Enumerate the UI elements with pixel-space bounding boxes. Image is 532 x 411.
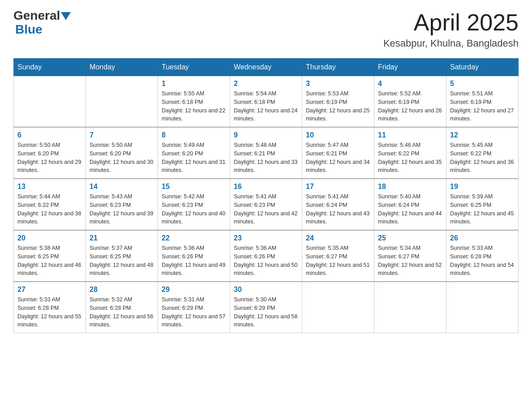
day-number: 13	[17, 183, 82, 191]
sunrise-text: Sunrise: 5:55 AM	[162, 90, 226, 98]
day-info: Sunrise: 5:48 AMSunset: 6:21 PMDaylight:…	[234, 141, 298, 175]
calendar-cell	[86, 76, 158, 128]
location-title: Kesabpur, Khulna, Bangladesh	[383, 38, 519, 49]
day-info: Sunrise: 5:36 AMSunset: 6:26 PMDaylight:…	[162, 244, 226, 278]
day-info: Sunrise: 5:39 AMSunset: 6:25 PMDaylight:…	[450, 193, 515, 226]
calendar-header: SundayMondayTuesdayWednesdayThursdayFrid…	[14, 59, 519, 76]
day-info: Sunrise: 5:32 AMSunset: 6:28 PMDaylight:…	[90, 295, 154, 329]
day-number: 25	[378, 234, 442, 242]
sunset-text: Sunset: 6:25 PM	[17, 253, 82, 261]
sunrise-text: Sunrise: 5:53 AM	[306, 90, 370, 98]
sunset-text: Sunset: 6:18 PM	[234, 98, 298, 107]
sunrise-text: Sunrise: 5:34 AM	[378, 244, 442, 253]
daylight-text: Daylight: 12 hours and 44 minutes.	[378, 210, 442, 227]
logo-content: General Blue	[13, 9, 71, 37]
day-number: 29	[162, 286, 226, 294]
sunrise-text: Sunrise: 5:33 AM	[450, 244, 515, 253]
month-title: April 2025	[383, 9, 519, 36]
day-info: Sunrise: 5:51 AMSunset: 6:19 PMDaylight:…	[450, 90, 515, 123]
calendar-week-2: 6Sunrise: 5:50 AMSunset: 6:20 PMDaylight…	[14, 127, 519, 179]
sunrise-text: Sunrise: 5:43 AM	[90, 193, 154, 201]
daylight-text: Daylight: 12 hours and 39 minutes.	[90, 210, 154, 227]
daylight-text: Daylight: 12 hours and 51 minutes.	[306, 261, 370, 278]
calendar-cell: 21Sunrise: 5:37 AMSunset: 6:25 PMDayligh…	[86, 230, 158, 282]
sunrise-text: Sunrise: 5:51 AM	[450, 90, 515, 98]
sunset-text: Sunset: 6:25 PM	[450, 201, 515, 210]
sunset-text: Sunset: 6:27 PM	[378, 253, 442, 261]
day-number: 22	[162, 234, 226, 242]
day-number: 9	[234, 131, 298, 139]
daylight-text: Daylight: 12 hours and 49 minutes.	[162, 261, 226, 278]
daylight-text: Daylight: 12 hours and 27 minutes.	[450, 107, 515, 124]
day-number: 7	[90, 131, 154, 139]
day-number: 10	[306, 131, 370, 139]
day-number: 8	[162, 131, 226, 139]
sunrise-text: Sunrise: 5:36 AM	[234, 244, 298, 253]
calendar-week-3: 13Sunrise: 5:44 AMSunset: 6:22 PMDayligh…	[14, 179, 519, 230]
calendar-cell: 28Sunrise: 5:32 AMSunset: 6:28 PMDayligh…	[86, 282, 158, 333]
daylight-text: Daylight: 12 hours and 54 minutes.	[450, 261, 515, 278]
day-number: 3	[306, 80, 370, 88]
daylight-text: Daylight: 12 hours and 43 minutes.	[306, 210, 370, 227]
sunset-text: Sunset: 6:19 PM	[306, 98, 370, 107]
daylight-text: Daylight: 12 hours and 25 minutes.	[306, 107, 370, 124]
calendar-cell: 20Sunrise: 5:38 AMSunset: 6:25 PMDayligh…	[14, 230, 86, 282]
calendar-cell: 2Sunrise: 5:54 AMSunset: 6:18 PMDaylight…	[230, 76, 302, 128]
calendar-cell: 29Sunrise: 5:31 AMSunset: 6:29 PMDayligh…	[158, 282, 230, 333]
day-info: Sunrise: 5:47 AMSunset: 6:21 PMDaylight:…	[306, 141, 370, 175]
day-info: Sunrise: 5:54 AMSunset: 6:18 PMDaylight:…	[234, 90, 298, 123]
sunrise-text: Sunrise: 5:39 AM	[450, 193, 515, 201]
daylight-text: Daylight: 12 hours and 35 minutes.	[378, 158, 442, 175]
calendar-week-5: 27Sunrise: 5:33 AMSunset: 6:28 PMDayligh…	[14, 282, 519, 333]
calendar-cell: 9Sunrise: 5:48 AMSunset: 6:21 PMDaylight…	[230, 127, 302, 179]
day-number: 18	[378, 183, 442, 191]
day-number: 5	[450, 80, 515, 88]
daylight-text: Daylight: 12 hours and 33 minutes.	[234, 158, 298, 175]
day-info: Sunrise: 5:49 AMSunset: 6:20 PMDaylight:…	[162, 141, 226, 175]
sunrise-text: Sunrise: 5:44 AM	[17, 193, 82, 201]
calendar-cell: 15Sunrise: 5:42 AMSunset: 6:23 PMDayligh…	[158, 179, 230, 230]
sunrise-text: Sunrise: 5:50 AM	[17, 141, 82, 150]
weekday-header-row: SundayMondayTuesdayWednesdayThursdayFrid…	[14, 59, 519, 76]
sunrise-text: Sunrise: 5:32 AM	[90, 295, 154, 304]
day-info: Sunrise: 5:36 AMSunset: 6:26 PMDaylight:…	[234, 244, 298, 278]
calendar-cell: 11Sunrise: 5:46 AMSunset: 6:22 PMDayligh…	[374, 127, 446, 179]
sunrise-text: Sunrise: 5:37 AM	[90, 244, 154, 253]
day-number: 23	[234, 234, 298, 242]
sunset-text: Sunset: 6:23 PM	[162, 201, 226, 210]
sunset-text: Sunset: 6:28 PM	[450, 253, 515, 261]
sunset-text: Sunset: 6:29 PM	[234, 304, 298, 313]
calendar-cell: 16Sunrise: 5:41 AMSunset: 6:23 PMDayligh…	[230, 179, 302, 230]
calendar-cell: 7Sunrise: 5:50 AMSunset: 6:20 PMDaylight…	[86, 127, 158, 179]
logo-blue-text: Blue	[15, 23, 71, 37]
day-number: 16	[234, 183, 298, 191]
calendar-cell: 3Sunrise: 5:53 AMSunset: 6:19 PMDaylight…	[302, 76, 374, 128]
daylight-text: Daylight: 12 hours and 55 minutes.	[17, 313, 82, 330]
daylight-text: Daylight: 12 hours and 56 minutes.	[90, 313, 154, 330]
calendar-table: SundayMondayTuesdayWednesdayThursdayFrid…	[13, 58, 519, 333]
calendar-cell: 27Sunrise: 5:33 AMSunset: 6:28 PMDayligh…	[14, 282, 86, 333]
day-number: 26	[450, 234, 515, 242]
weekday-header-tuesday: Tuesday	[158, 59, 230, 76]
day-info: Sunrise: 5:53 AMSunset: 6:19 PMDaylight:…	[306, 90, 370, 123]
calendar-cell: 25Sunrise: 5:34 AMSunset: 6:27 PMDayligh…	[374, 230, 446, 282]
day-info: Sunrise: 5:55 AMSunset: 6:18 PMDaylight:…	[162, 90, 226, 123]
calendar-cell	[446, 282, 519, 333]
sunrise-text: Sunrise: 5:47 AM	[306, 141, 370, 150]
weekday-header-sunday: Sunday	[14, 59, 86, 76]
logo-triangle-icon	[61, 12, 71, 20]
day-info: Sunrise: 5:41 AMSunset: 6:24 PMDaylight:…	[306, 193, 370, 226]
page-header: General Blue April 2025 Kesabpur, Khulna…	[13, 9, 519, 49]
calendar-cell: 23Sunrise: 5:36 AMSunset: 6:26 PMDayligh…	[230, 230, 302, 282]
daylight-text: Daylight: 12 hours and 50 minutes.	[234, 261, 298, 278]
day-info: Sunrise: 5:33 AMSunset: 6:28 PMDaylight:…	[450, 244, 515, 278]
day-number: 14	[90, 183, 154, 191]
logo: General Blue	[13, 9, 71, 37]
daylight-text: Daylight: 12 hours and 38 minutes.	[17, 210, 82, 227]
sunset-text: Sunset: 6:25 PM	[90, 253, 154, 261]
sunset-text: Sunset: 6:21 PM	[306, 150, 370, 158]
calendar-cell: 22Sunrise: 5:36 AMSunset: 6:26 PMDayligh…	[158, 230, 230, 282]
sunrise-text: Sunrise: 5:52 AM	[378, 90, 442, 98]
sunrise-text: Sunrise: 5:49 AM	[162, 141, 226, 150]
sunrise-text: Sunrise: 5:41 AM	[306, 193, 370, 201]
